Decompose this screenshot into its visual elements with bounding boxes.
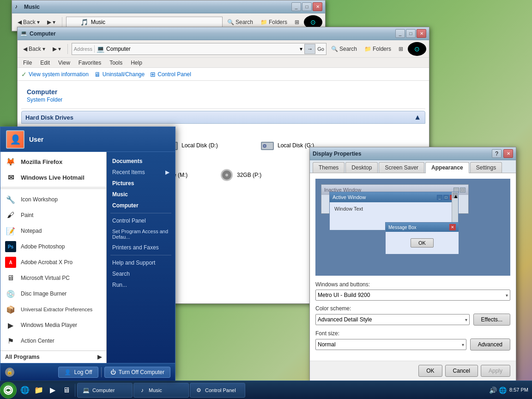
computer-back-btn[interactable]: ◀ Back ▾ bbox=[20, 44, 48, 54]
display-props-titlebar: Display Properties ? ✕ bbox=[310, 147, 516, 160]
tab-desktop[interactable]: Desktop bbox=[345, 162, 378, 173]
menu-view[interactable]: View bbox=[54, 59, 74, 67]
effects-btn[interactable]: Effects... bbox=[473, 314, 510, 326]
svg-point-13 bbox=[264, 145, 266, 147]
menu-tools[interactable]: Tools bbox=[106, 59, 126, 67]
uninstall-link[interactable]: 🖥 Uninstall/Change bbox=[94, 71, 145, 78]
right-computer[interactable]: Computer bbox=[107, 200, 175, 211]
recent-discburner[interactable]: 💿 Disc Image Burner bbox=[0, 286, 106, 302]
right-control-panel[interactable]: Control Panel bbox=[107, 215, 175, 226]
right-documents[interactable]: Documents bbox=[107, 156, 175, 167]
menu-favorites[interactable]: Favorites bbox=[75, 59, 105, 67]
recent-arrow-icon: ▶ bbox=[165, 169, 169, 175]
right-run[interactable]: Run... bbox=[107, 279, 175, 290]
ie-quick-btn[interactable]: 🌐 bbox=[18, 384, 31, 397]
recent-virtualpc[interactable]: 🖥 Microsoft Virtual PC bbox=[0, 270, 106, 286]
advanced-btn[interactable]: Advanced bbox=[470, 339, 510, 351]
tab-settings[interactable]: Settings bbox=[470, 162, 502, 173]
recent-universal-extractor[interactable]: 📦 Universal Extractor Preferences bbox=[0, 302, 106, 317]
color-scheme-select[interactable]: Advanced Detail Style ▾ bbox=[315, 314, 470, 325]
menu-help[interactable]: Help bbox=[127, 59, 146, 67]
lock-icon[interactable]: 🔒 bbox=[5, 368, 14, 377]
computer-search-btn[interactable]: 🔍 Search bbox=[328, 44, 360, 54]
view-sysinfo-link[interactable]: ✓ View system information bbox=[21, 71, 89, 78]
recent-actioncenter[interactable]: ⚑ Action Center bbox=[0, 333, 106, 349]
computer-folders-btn[interactable]: 📁 Folders bbox=[362, 44, 394, 54]
taskbar-computer-btn[interactable]: 💻 Computer bbox=[77, 383, 133, 398]
volume-icon[interactable]: 🔊 bbox=[489, 387, 497, 394]
dialog-ok-btn[interactable]: OK bbox=[418, 365, 442, 377]
music-folders-btn[interactable]: 📁 Folders bbox=[258, 18, 290, 27]
right-recent-items[interactable]: Recent Items ▶ bbox=[107, 167, 175, 178]
tab-appearance[interactable]: Appearance bbox=[425, 162, 469, 173]
recent-paint[interactable]: 🖌 Paint bbox=[0, 207, 106, 223]
preview-active-window: Active Window _ □ ✕ Window Text Message … bbox=[329, 192, 459, 230]
computer-close[interactable]: ✕ bbox=[417, 29, 426, 38]
tab-themes[interactable]: Themes bbox=[313, 162, 345, 173]
network-icon[interactable]: 🌐 bbox=[499, 387, 507, 394]
pinned-hotmail[interactable]: ✉ Windows Live Hotmail bbox=[0, 169, 106, 185]
svg-point-24 bbox=[225, 174, 228, 176]
scroll-up[interactable]: ▲ bbox=[453, 193, 458, 198]
preview-msg-box: Message Box ✕ OK bbox=[385, 222, 459, 254]
menu-edit[interactable]: Edit bbox=[36, 59, 54, 67]
views-icon: ⊞ bbox=[295, 19, 299, 25]
music-search-btn[interactable]: 🔍 Search bbox=[224, 18, 256, 27]
drive-p[interactable]: 32GB (P:) bbox=[217, 165, 309, 185]
dialog-cancel-btn[interactable]: Cancel bbox=[445, 365, 478, 377]
logoff-btn[interactable]: 👤 Log Off bbox=[58, 367, 98, 378]
computer-maximize[interactable]: □ bbox=[406, 29, 416, 38]
folder-quick-btn[interactable]: 📁 bbox=[32, 384, 45, 397]
color-scheme-label: Color scheme: bbox=[315, 305, 510, 312]
music-views-btn[interactable]: ⊞ bbox=[292, 18, 302, 27]
pinned-firefox[interactable]: 🦊 Mozilla Firefox bbox=[0, 154, 106, 169]
start-menu: 👤 User 🦊 Mozilla Firefox ✉ Windows Live … bbox=[0, 127, 175, 381]
music-forward-btn[interactable]: ▶ ▾ bbox=[44, 18, 58, 27]
section-collapse[interactable]: ▲ bbox=[414, 113, 421, 121]
right-help[interactable]: Help and Support bbox=[107, 257, 175, 268]
recent-mediaplayer[interactable]: ▶ Windows Media Player bbox=[0, 317, 106, 333]
music-maximize[interactable]: □ bbox=[302, 2, 312, 11]
address-go-btn[interactable]: → bbox=[304, 44, 315, 54]
music-address-bar[interactable]: 🎵 Music bbox=[66, 17, 223, 28]
start-menu-bottom: 🔒 👤 Log Off ⏻ Turn Off Computer bbox=[0, 363, 175, 381]
dialog-help-btn[interactable]: ? bbox=[492, 149, 502, 158]
taskbar-music-btn[interactable]: ♪ Music bbox=[133, 383, 189, 398]
right-music[interactable]: Music bbox=[107, 189, 175, 200]
start-button[interactable] bbox=[0, 382, 17, 399]
music-taskbar-icon: ♪ bbox=[139, 387, 146, 394]
computer-minimize[interactable]: _ bbox=[395, 29, 405, 38]
recent-icon-workshop[interactable]: 🔧 Icon Workshop bbox=[0, 192, 106, 207]
all-programs-item[interactable]: All Programs ▶ bbox=[0, 351, 106, 363]
font-size-select[interactable]: Normal ▾ bbox=[315, 339, 466, 350]
right-search[interactable]: Search bbox=[107, 268, 175, 279]
dialog-apply-btn[interactable]: Apply bbox=[481, 365, 510, 377]
music-close[interactable]: ✕ bbox=[313, 2, 322, 11]
menu-file[interactable]: File bbox=[19, 59, 36, 67]
windows-buttons-select[interactable]: Metro UI - Build 9200 ▾ bbox=[315, 290, 510, 301]
drive-d[interactable]: Local Disk (D:) bbox=[162, 129, 254, 162]
music-minimize[interactable]: _ bbox=[291, 2, 301, 11]
show-desktop-btn[interactable]: 🖥 bbox=[60, 384, 73, 397]
recent-acrobat[interactable]: A Adobe Acrobat X Pro bbox=[0, 254, 106, 270]
tab-screensaver[interactable]: Screen Saver bbox=[379, 162, 424, 173]
computer-forward-btn[interactable]: ▶ ▾ bbox=[50, 44, 64, 54]
music-back-btn[interactable]: ◀ Back ▾ bbox=[15, 18, 42, 27]
right-printers[interactable]: Printers and Faxes bbox=[107, 242, 175, 253]
right-pictures[interactable]: Pictures bbox=[107, 178, 175, 189]
hotmail-icon: ✉ bbox=[5, 172, 16, 183]
right-set-program[interactable]: Set Program Access and Defau... bbox=[107, 226, 175, 242]
recent-photoshop[interactable]: Ps Adobe Photoshop bbox=[0, 239, 106, 254]
computer-views-btn[interactable]: ⊞ bbox=[396, 44, 406, 54]
dialog-close-btn[interactable]: ✕ bbox=[503, 149, 513, 158]
taskbar-control-panel-btn[interactable]: ⚙ Control Panel bbox=[190, 383, 245, 398]
fwd-dd-icon: ▾ bbox=[58, 46, 61, 52]
recent-notepad[interactable]: 📝 Notepad bbox=[0, 223, 106, 239]
media-quick-btn[interactable]: ▶ bbox=[46, 384, 59, 397]
start-menu-right: Documents Recent Items ▶ Pictures Music … bbox=[107, 152, 175, 363]
address-bar[interactable]: Address 💻 Computer ▾ → Go bbox=[72, 43, 326, 55]
control-panel-link[interactable]: ⊞ Control Panel bbox=[150, 71, 191, 78]
paint-icon: 🖌 bbox=[5, 210, 16, 221]
preview-ok-btn[interactable]: OK bbox=[411, 238, 434, 248]
shutdown-btn[interactable]: ⏻ Turn Off Computer bbox=[104, 367, 170, 378]
